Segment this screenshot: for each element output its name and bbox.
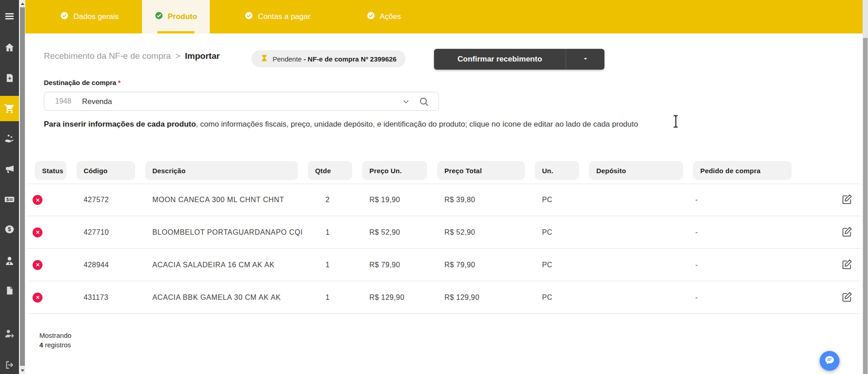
quantity-cell: 1 xyxy=(304,228,358,237)
text-cursor xyxy=(673,115,679,128)
column-header-8: Pedido de compra xyxy=(689,161,797,180)
right-scrollbar-thumb[interactable] xyxy=(863,38,868,374)
left-scrollbar-thumb[interactable] xyxy=(20,7,25,366)
purchase-order-cell: - xyxy=(689,261,797,269)
error-status-icon xyxy=(33,260,42,270)
scroll-down-arrow-icon[interactable] xyxy=(19,367,26,374)
confirm-receipt-button-group: Confirmar recebimento xyxy=(434,49,604,70)
code-cell: 431173 xyxy=(72,294,141,302)
column-header-3: Qtde xyxy=(304,161,358,180)
table-row[interactable]: 427572 MOON CANECA 300 ML CHNT CHNT 2 R$… xyxy=(27,184,861,216)
instruction-text: Para inserir informações de cada produto… xyxy=(44,120,638,129)
confirm-dropdown-toggle[interactable] xyxy=(566,49,604,70)
check-icon xyxy=(367,11,375,22)
column-header-6: Un. xyxy=(531,161,585,180)
edit-product-button[interactable] xyxy=(841,193,853,207)
edit-product-button[interactable] xyxy=(841,291,853,304)
main-content: Dados gerais Produto Contas a pagar Açõe… xyxy=(25,0,863,374)
document-icon[interactable] xyxy=(0,280,19,300)
edit-product-button[interactable] xyxy=(841,226,853,239)
sidebar: $ $ xyxy=(0,0,19,374)
chat-launcher-button[interactable] xyxy=(820,351,840,371)
confirm-receipt-button[interactable]: Confirmar recebimento xyxy=(434,49,566,70)
edit-icon xyxy=(841,193,853,207)
purchase-order-cell: - xyxy=(689,228,797,237)
search-icon[interactable] xyxy=(419,96,429,109)
edit-icon xyxy=(841,291,853,304)
dollar-circle-icon[interactable]: $ xyxy=(0,219,19,239)
right-scrollbar[interactable] xyxy=(863,0,868,374)
edit-cell xyxy=(797,226,861,239)
tab-dados-gerais[interactable]: Dados gerais xyxy=(37,0,142,33)
hamburger-menu-icon[interactable] xyxy=(0,6,19,26)
person-arrow-icon[interactable] xyxy=(0,324,19,344)
tab-label: Ações xyxy=(380,12,401,21)
unit-cell: PC xyxy=(531,294,585,302)
badge-text: Pendente - NF-e de compra Nº 2399626 xyxy=(273,55,396,63)
status-cell xyxy=(27,195,72,205)
edit-cell xyxy=(797,258,861,272)
chevron-down-icon[interactable] xyxy=(401,97,410,108)
breadcrumb-parent[interactable]: Recebimento da NF-e de compra xyxy=(44,51,171,61)
chat-icon xyxy=(824,355,835,367)
table-header-row: StatusCódigoDescriçãoQtdePreço Un.Preço … xyxy=(27,157,861,184)
svg-text:$: $ xyxy=(8,226,11,232)
total-price-cell: R$ 129,90 xyxy=(433,294,531,302)
tab-label: Contas a pagar xyxy=(258,12,310,21)
error-status-icon xyxy=(33,195,42,205)
column-header-0: Status xyxy=(27,161,72,180)
hourglass-icon xyxy=(260,54,268,64)
edit-cell xyxy=(797,291,861,304)
selected-option-code: 1948 xyxy=(55,97,71,105)
table-row[interactable]: 428944 ACACIA SALADEIRA 16 CM AK AK 1 R$… xyxy=(27,249,861,281)
code-cell: 428944 xyxy=(72,261,141,269)
description-cell: MOON CANECA 300 ML CHNT CHNT xyxy=(141,196,304,204)
table-body: 427572 MOON CANECA 300 ML CHNT CHNT 2 R$… xyxy=(27,184,861,314)
unit-price-cell: R$ 129,90 xyxy=(358,294,433,302)
column-header-1: Código xyxy=(72,161,141,180)
code-cell: 427710 xyxy=(72,228,141,237)
products-table: StatusCódigoDescriçãoQtdePreço Un.Preço … xyxy=(27,157,861,314)
sidebar-item-purchases-active[interactable] xyxy=(0,96,19,121)
person-icon[interactable] xyxy=(0,251,19,271)
unit-cell: PC xyxy=(531,261,585,269)
total-price-cell: R$ 79,90 xyxy=(433,261,531,269)
shopping-cart-icon xyxy=(4,103,15,114)
svg-text:$: $ xyxy=(6,197,9,202)
table-row[interactable]: 431173 ACACIA BBK GAMELA 30 CM AK AK 1 R… xyxy=(27,281,861,314)
edit-product-button[interactable] xyxy=(841,258,853,272)
home-icon[interactable] xyxy=(0,38,19,57)
unit-price-cell: R$ 19,90 xyxy=(358,196,433,204)
tab-acoes[interactable]: Ações xyxy=(345,0,422,33)
check-icon xyxy=(155,11,163,22)
column-header-5: Preço Total xyxy=(433,161,531,180)
tab-contas-a-pagar[interactable]: Contas a pagar xyxy=(210,0,345,33)
code-cell: 427572 xyxy=(72,196,141,204)
unit-price-cell: R$ 79,90 xyxy=(358,261,433,269)
check-icon xyxy=(60,11,69,22)
money-check-icon[interactable]: $ xyxy=(0,189,19,209)
left-scrollbar[interactable] xyxy=(19,0,25,374)
quantity-cell: 1 xyxy=(304,261,358,269)
status-cell xyxy=(27,260,72,270)
wizard-tab-bar: Dados gerais Produto Contas a pagar Açõe… xyxy=(25,0,863,33)
destination-select[interactable]: 1948 Revenda xyxy=(44,92,439,111)
unit-price-cell: R$ 52,90 xyxy=(358,228,433,237)
megaphone-icon[interactable] xyxy=(0,159,19,179)
unit-cell: PC xyxy=(531,196,585,204)
quantity-cell: 2 xyxy=(304,196,358,204)
destination-field-label: Destinação de compra* xyxy=(44,79,121,86)
logout-icon[interactable] xyxy=(0,355,19,374)
column-header-7: Depósito xyxy=(585,161,689,180)
status-badge: Pendente - NF-e de compra Nº 2399626 xyxy=(251,50,406,67)
file-plus-icon[interactable] xyxy=(0,68,19,88)
tab-produto[interactable]: Produto xyxy=(142,0,210,33)
edit-icon xyxy=(841,258,853,272)
table-row[interactable]: 427710 BLOOMBELOT PORTAGUARDANAPO CQI 1 … xyxy=(27,216,861,249)
description-cell: ACACIA BBK GAMELA 30 CM AK AK xyxy=(141,294,304,302)
hand-coins-icon[interactable] xyxy=(0,129,19,149)
selected-option-label: Revenda xyxy=(82,97,112,106)
breadcrumb-separator: > xyxy=(175,51,180,61)
scroll-up-arrow-icon[interactable] xyxy=(19,0,26,7)
purchase-order-cell: - xyxy=(689,294,797,302)
